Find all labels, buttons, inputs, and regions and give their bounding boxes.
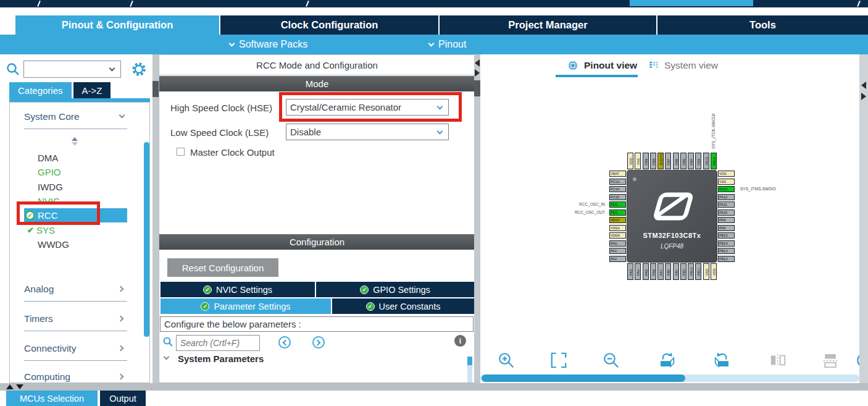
center-splitter[interactable] [474,54,480,383]
pinout-menu[interactable]: Pinout [429,35,466,54]
right-edge-splitter[interactable] [859,54,868,383]
gear-icon[interactable] [131,61,147,77]
sidebar-scrollbar-thumb[interactable] [144,142,149,337]
pin-pa11[interactable]: PA11 [718,201,735,208]
chevron-down-icon[interactable] [164,354,170,360]
software-packs-menu[interactable]: Software Packs [230,35,307,54]
master-clock-output-checkbox[interactable] [177,148,185,156]
pin-vss[interactable]: VSS [635,153,641,169]
group-analog[interactable]: Analog [24,284,54,295]
pin-vss[interactable]: VSS [703,263,709,280]
pin-boot0[interactable]: BOOT0 [657,153,664,169]
pin-vdd[interactable]: VDD [718,171,735,177]
pin-nrst[interactable]: NRST [609,217,626,223]
rotate-counterclockwise-icon[interactable] [712,350,732,370]
more-tools-icon[interactable] [849,350,859,370]
pin-pa10[interactable]: PA10 [718,209,735,216]
pin-pb14[interactable]: PB14 [718,240,735,247]
pin-pb9[interactable]: PB9 [643,153,649,169]
previous-match-button[interactable] [278,336,291,349]
sidebar-item-dma[interactable]: DMA [24,151,127,165]
info-icon[interactable]: i [454,335,466,347]
sidebar-tab-a-z[interactable]: A->Z [73,82,111,98]
pin-vdd[interactable]: VDD [627,153,633,169]
flip-horizontal-icon[interactable] [768,350,788,370]
tab-system-view[interactable]: System view [648,60,718,71]
pin-pa7[interactable]: PA7 [657,263,664,280]
pin-pb3[interactable]: PB3 [695,153,701,169]
pin-pb11[interactable]: PB11 [695,263,701,280]
scroll-up-icon[interactable] [6,384,14,389]
tab-gpio-settings[interactable]: ✓GPIO Settings [316,282,474,297]
tab-tools[interactable]: Tools [656,15,868,35]
pin-pa4[interactable]: PA4 [635,263,641,280]
pin-pa3[interactable]: PA3 [627,263,633,280]
splitter-handle[interactable] [152,81,159,97]
tab-parameter-settings[interactable]: ✓Parameter Settings [161,298,331,314]
group-timers[interactable]: Timers [24,313,53,324]
pin-pa6[interactable]: PA6 [650,263,656,280]
sort-toggle[interactable] [72,137,78,146]
pin-pb0[interactable]: PB0 [665,263,671,280]
collapse-left-icon[interactable] [861,82,866,89]
sidebar-splitter[interactable] [152,54,159,383]
rotate-clockwise-icon[interactable] [657,350,677,370]
pin-pd1[interactable]: PD1-.. [609,209,626,216]
pin-vbat[interactable]: VBAT [609,171,626,177]
pin-vdd[interactable]: VDD [711,263,717,280]
tab-mcus-selection[interactable]: MCUs Selection [6,391,98,406]
sidebar-item-iwdg[interactable]: IWDG [24,180,127,194]
pin-pa5[interactable]: PA5 [643,263,649,280]
tab-project-manager[interactable]: Project Manager [438,15,656,35]
zoom-in-icon[interactable] [496,350,516,370]
pin-pc14[interactable]: PC14.. [609,186,626,192]
pin-pb2[interactable]: PB2 [680,263,686,280]
pin-pb7[interactable]: PB7 [665,153,671,169]
pin-pb8[interactable]: PB8 [650,153,656,169]
collapse-right-icon[interactable] [861,93,866,100]
pin-pa12[interactable]: PA12 [718,194,735,200]
pin-pb1[interactable]: PB1 [673,263,679,280]
sidebar-item-wwdg[interactable]: WWDG [24,237,127,252]
pin-pc13[interactable]: PC13.. [609,179,626,185]
sidebar-item-gpio[interactable]: GPIO [24,165,127,179]
pin-pa13[interactable]: PA13 [718,186,735,192]
reset-configuration-button[interactable]: Reset Configuration [167,258,278,277]
group-computing[interactable]: Computing [24,371,70,383]
pin-pa8[interactable]: PA8 [718,225,735,231]
group-system-core[interactable]: System Core [24,111,80,122]
pin-vss[interactable]: VSS [718,179,735,185]
tab-clock-configuration[interactable]: Clock Configuration [219,15,438,35]
pin-vdda[interactable]: VDDA [609,232,626,239]
pin-pb13[interactable]: PB13 [718,248,735,254]
pin-vssa[interactable]: VSSA [609,225,626,231]
system-parameters-group[interactable]: System Parameters [178,353,264,364]
pin-pb15[interactable]: PB15 [718,232,735,239]
pin-pa15[interactable]: PA15 [703,153,709,169]
group-connectivity[interactable]: Connectivity [24,343,76,354]
pin-pa0[interactable]: PA0.. [609,240,626,247]
lse-select[interactable]: Disable [286,124,449,140]
sidebar-tab-categories[interactable]: Categories [9,82,72,98]
scrollbar-thumb[interactable] [482,374,685,382]
zoom-out-icon[interactable] [601,350,621,370]
pin-pa9[interactable]: PA9 [718,217,735,223]
pin-pb6[interactable]: PB6 [673,153,679,169]
pin-pb4[interactable]: PB4 [688,153,694,169]
parameters-scrollbar[interactable] [467,357,472,383]
pin-pa2[interactable]: PA2 [609,256,626,262]
pin-pa1[interactable]: PA1 [609,248,626,254]
fit-screen-icon[interactable] [549,350,569,370]
scroll-down-icon[interactable] [16,384,23,389]
tab-pinout-configuration[interactable]: Pinout & Configuration [15,15,219,35]
tab-output[interactable]: Output [100,391,146,406]
pin-pc15[interactable]: PC15.. [609,194,626,200]
collapse-left-icon[interactable] [475,59,480,67]
pinout-horizontal-scrollbar[interactable] [480,374,859,382]
next-match-button[interactable] [312,336,325,349]
collapse-right-icon[interactable] [475,69,480,77]
parameter-search-input[interactable] [176,335,260,351]
pin-pa14[interactable]: PA14 [711,153,717,169]
pin-pb10[interactable]: PB10 [688,263,694,280]
tab-nvic-settings[interactable]: ✓NVIC Settings [161,282,315,297]
